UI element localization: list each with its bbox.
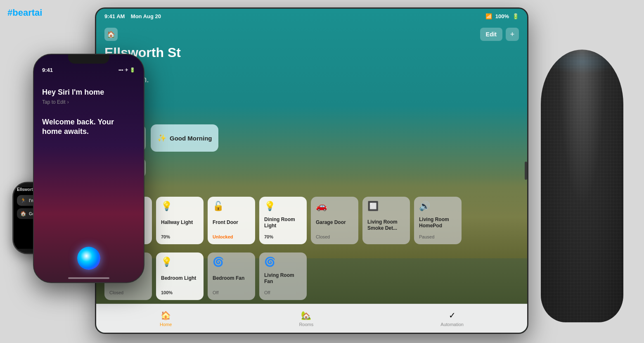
tile-icon: 🌀 — [213, 257, 250, 267]
tile-bedroom-light[interactable]: 💡Bedroom Light100% — [156, 252, 204, 300]
iphone-statusbar: 9:41 ▪▪▪ ✈ 🔋 — [42, 67, 135, 73]
tile-status: Paused — [419, 234, 457, 239]
ipad-statusbar: 9:41 AM Mon Aug 20 📶 100% 🔋 — [96, 9, 527, 24]
homepod-mesh — [541, 50, 623, 322]
tile-name: Garage Door — [316, 219, 353, 225]
iphone-tap-to-edit[interactable]: Tap to Edit › — [42, 99, 135, 105]
siri-orb — [77, 247, 100, 270]
tile-hallway-light[interactable]: 💡Hallway Light70% — [156, 197, 204, 244]
ipad-time: 9:41 AM — [104, 13, 125, 19]
iphone-siri-query: Hey Siri I'm home — [42, 88, 135, 97]
tab-rooms-label: Rooms — [299, 322, 313, 327]
tile-icon: 💡 — [264, 202, 302, 211]
tile-status: Off — [213, 290, 250, 295]
tile-status: Off — [264, 290, 302, 295]
tile-status: 70% — [264, 234, 302, 239]
ipad-status-left: 9:41 AM Mon Aug 20 — [104, 13, 161, 19]
wifi-icon: 📶 — [485, 13, 492, 19]
tile-status: Closed — [316, 234, 353, 239]
ipad-navbar-actions: Edit + — [480, 28, 519, 41]
iphone-time: 9:41 — [42, 67, 53, 73]
ipad-tabbar: 🏠 Home 🏡 Rooms ✓ Automation — [96, 304, 527, 333]
beartai-logo: #beartai — [7, 7, 42, 18]
battery-icon: 🔋 — [512, 13, 519, 19]
tiles-row-2: ☰Bedroom ShadesClosed💡Bedroom Light100%🌀… — [104, 252, 519, 300]
scene-good-morning-label: Good Morning — [170, 135, 212, 142]
tile-icon: 💡 — [161, 257, 199, 267]
tiles-row-1: ☰Living Room ShadesOpen💡Hallway Light70%… — [104, 197, 519, 244]
tile-living-room-fan[interactable]: 🌀Living Room FanOff — [259, 252, 307, 300]
tile-icon: 🔓 — [213, 202, 250, 211]
tile-dining-room-light[interactable]: 💡Dining Room Light70% — [259, 197, 307, 244]
tab-automation[interactable]: ✓ Automation — [432, 307, 472, 330]
tile-status: Unlocked — [213, 234, 250, 239]
iphone-siri-content: Hey Siri I'm home Tap to Edit › Welcome … — [42, 80, 135, 274]
tile-bedroom-fan[interactable]: 🌀Bedroom FanOff — [208, 252, 255, 300]
tile-name: Bedroom Light — [161, 275, 199, 281]
tile-icon: 🔊 — [419, 202, 457, 211]
tile-name: Living Room Smoke Det... — [367, 219, 405, 231]
ipad-date: Mon Aug 20 — [131, 13, 161, 19]
tab-automation-label: Automation — [440, 322, 464, 327]
ipad: 9:41 AM Mon Aug 20 📶 100% 🔋 🏠 Edit + — [95, 7, 528, 334]
tile-name: Front Door — [213, 219, 250, 225]
homepod-top-display — [545, 50, 619, 74]
tab-rooms[interactable]: 🏡 Rooms — [291, 307, 322, 330]
watch-card1-icon: 🏃 — [20, 198, 26, 203]
ipad-screen: 9:41 AM Mon Aug 20 📶 100% 🔋 🏠 Edit + — [96, 9, 527, 333]
tile-name: Dining Room Light — [264, 217, 302, 229]
watch-card2-icon: 🏠 — [20, 211, 26, 217]
ipad-tiles: ☰Living Room ShadesOpen💡Hallway Light70%… — [104, 197, 519, 304]
ipad-side-button — [525, 162, 527, 180]
tab-home[interactable]: 🏠 Home — [152, 307, 180, 330]
tile-garage-door[interactable]: 🚗Garage DoorClosed — [311, 197, 358, 244]
tile-status: Closed — [109, 290, 147, 295]
tab-home-label: Home — [160, 322, 172, 327]
iphone-siri-response: Welcome back. Your home awaits. — [42, 117, 135, 137]
homepod-body — [541, 50, 623, 322]
iphone-home-indicator — [68, 277, 109, 279]
iphone-status-icons: ▪▪▪ ✈ 🔋 — [118, 67, 135, 73]
tile-icon: 🔲 — [367, 202, 405, 211]
tab-rooms-icon: 🏡 — [301, 310, 311, 320]
ipad-home-icon[interactable]: 🏠 — [104, 28, 118, 41]
tile-living-room-homepod[interactable]: 🔊Living Room HomePodPaused — [414, 197, 462, 244]
tile-icon: 🚗 — [316, 202, 353, 211]
tile-name: Hallway Light — [161, 219, 199, 225]
tile-icon: 💡 — [161, 202, 199, 211]
tile-name: Living Room HomePod — [419, 217, 457, 229]
scene-btn-good-morning[interactable]: ✨ Good Morning — [151, 124, 218, 152]
tile-front-door[interactable]: 🔓Front DoorUnlocked — [208, 197, 255, 244]
tile-status: 100% — [161, 290, 199, 295]
tile-icon: 🌀 — [264, 257, 302, 267]
homepod — [528, 25, 636, 322]
tile-name: Living Room Fan — [264, 272, 302, 284]
tile-name: Bedroom Fan — [213, 275, 250, 281]
tab-home-icon: 🏠 — [161, 310, 171, 320]
ipad-navbar: 🏠 Edit + — [96, 24, 527, 45]
tab-automation-icon: ✓ — [449, 310, 456, 320]
ipad-status-right: 📶 100% 🔋 — [485, 13, 519, 19]
tile-status: 70% — [161, 234, 199, 239]
tile-living-room-smoke-det...[interactable]: 🔲Living Room Smoke Det... — [362, 197, 410, 244]
add-button[interactable]: + — [506, 28, 519, 41]
main-scene: #beartai Ellsworth St 9:41 🏃 I'm Home 🏠 … — [0, 0, 644, 343]
battery-text: 100% — [495, 13, 509, 19]
scene-good-morning-icon: ✨ — [157, 133, 166, 143]
iphone-notch — [68, 55, 109, 64]
iphone: 9:41 ▪▪▪ ✈ 🔋 Hey Siri I'm home Tap to Ed… — [33, 54, 144, 283]
edit-button[interactable]: Edit — [480, 28, 502, 41]
